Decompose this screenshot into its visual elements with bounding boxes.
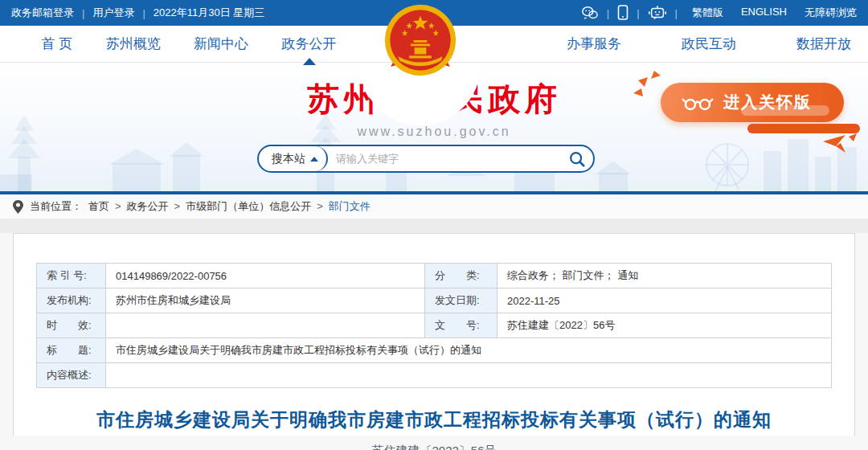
breadcrumb-label: 当前位置： (30, 199, 82, 214)
meta-label-index: 索 引 号: (37, 264, 106, 288)
divider: | (607, 7, 609, 19)
nav-left-group: 首 页 苏州概览 新闻中心 政务公开 (0, 35, 370, 53)
meta-value-issue-date: 2022-11-25 (497, 288, 832, 313)
search-button[interactable] (561, 146, 593, 171)
nav-right-group: 办事服务 政民互动 数据开放 (522, 35, 868, 53)
nav-item-interaction[interactable]: 政民互动 (682, 35, 736, 53)
breadcrumb: 当前位置： 首页 政务公开 市级部门（单位）信息公开 部门文件 (0, 194, 868, 219)
sparkle-decoration (633, 69, 661, 101)
breadcrumb-item-gov-affairs[interactable]: 政务公开 (109, 199, 169, 214)
document-card: 索 引 号: 014149869/2022-00756 分 类: 综合政务； 部… (13, 233, 855, 436)
meta-value-category: 综合政务； 部门文件； 通知 (497, 264, 832, 288)
breadcrumb-list: 首页 政务公开 市级部门（单位）信息公开 部门文件 (88, 199, 371, 214)
meta-value-issuer: 苏州市住房和城乡建设局 (106, 288, 425, 313)
nav-item-services[interactable]: 办事服务 (567, 35, 621, 53)
meta-label-issue-date: 发文日期: (425, 288, 497, 313)
meta-value-summary (106, 363, 832, 388)
nav-item-news[interactable]: 新闻中心 (194, 35, 248, 53)
traditional-chinese-link[interactable]: 繁體版 (692, 6, 723, 20)
english-link[interactable]: ENGLISH (741, 6, 787, 20)
meta-label-title: 标 题: (37, 338, 106, 363)
topbar-left: 政务邮箱登录 | 用户登录 | 2022年11月30日 星期三 (11, 6, 264, 20)
current-date: 2022年11月30日 星期三 (154, 6, 265, 20)
meta-label-issuer: 发布机构: (37, 288, 106, 313)
breadcrumb-item-dept-info[interactable]: 市级部门（单位）信息公开 (169, 199, 312, 214)
divider: | (637, 7, 639, 19)
mobile-icon[interactable] (617, 5, 628, 21)
mail-login-link[interactable]: 政务邮箱登录 (11, 6, 74, 20)
sparkle-decoration (809, 133, 857, 154)
wechat-icon[interactable] (581, 6, 599, 20)
meta-value-doc-number: 苏住建建〔2022〕56号 (497, 313, 832, 338)
meta-value-title: 市住房城乡建设局关于明确我市房建市政工程招标投标有关事项（试行）的通知 (106, 338, 832, 363)
topbar-right: | | | 繁體版 ENGLISH 无障碍浏览 (581, 5, 857, 21)
meta-label-summary: 内容概述: (37, 363, 106, 388)
search-scope-label: 搜本站 (272, 152, 305, 166)
table-row: 发布机构: 苏州市住房和城乡建设局 发文日期: 2022-11-25 (37, 288, 832, 313)
page: 政务邮箱登录 | 用户登录 | 2022年11月30日 星期三 | | | 繁體… (0, 0, 868, 450)
dropdown-arrow-icon (310, 157, 318, 162)
nav-item-gov-affairs[interactable]: 政务公开 (282, 35, 337, 53)
divider: | (82, 7, 84, 19)
meta-label-validity: 时 效: (37, 313, 106, 338)
meta-value-validity (106, 313, 425, 338)
site-search: 搜本站 (257, 145, 595, 173)
nav-item-open-data[interactable]: 数据开放 (796, 35, 851, 53)
meta-label-category: 分 类: (425, 264, 497, 288)
breadcrumb-item-home[interactable]: 首页 (88, 199, 109, 214)
robot-icon[interactable] (648, 5, 667, 21)
article-title: 市住房城乡建设局关于明确我市房建市政工程招标投标有关事项（试行）的通知 (14, 407, 854, 432)
nav-item-home[interactable]: 首 页 (41, 35, 72, 53)
site-url: www.suzhou.gov.cn (0, 125, 868, 139)
nav-item-overview[interactable]: 苏州概览 (106, 35, 161, 53)
care-button-swoosh (741, 105, 829, 116)
accessibility-link[interactable]: 无障碍浏览 (805, 6, 857, 20)
location-pin-icon (13, 200, 23, 214)
document-metadata-table: 索 引 号: 014149869/2022-00756 分 类: 综合政务； 部… (36, 263, 832, 388)
article-doc-number: 苏住建建〔2022〕56号 (14, 444, 854, 450)
breadcrumb-item-dept-files[interactable]: 部门文件 (311, 199, 371, 214)
search-scope-dropdown[interactable]: 搜本站 (259, 146, 328, 171)
table-row: 标 题: 市住房城乡建设局关于明确我市房建市政工程招标投标有关事项（试行）的通知 (37, 338, 832, 363)
glasses-icon (682, 94, 714, 112)
divider: | (675, 7, 678, 19)
section-gap (0, 219, 868, 233)
divider: | (142, 7, 145, 19)
care-version-button[interactable]: 进入关怀版 (661, 83, 844, 122)
care-button-shadow-bar (747, 124, 860, 133)
national-emblem[interactable] (383, 3, 457, 77)
table-row: 时 效: 文 号: 苏住建建〔2022〕56号 (37, 313, 832, 338)
meta-label-doc-number: 文 号: (425, 313, 497, 338)
search-icon (568, 150, 586, 168)
search-input[interactable] (328, 153, 561, 165)
user-login-link[interactable]: 用户登录 (92, 6, 134, 20)
table-row: 索 引 号: 014149869/2022-00756 分 类: 综合政务； 部… (37, 264, 832, 288)
table-row: 内容概述: (37, 363, 832, 388)
meta-value-index: 014149869/2022-00756 (106, 264, 425, 288)
language-links: 繁體版 ENGLISH 无障碍浏览 (692, 6, 857, 20)
